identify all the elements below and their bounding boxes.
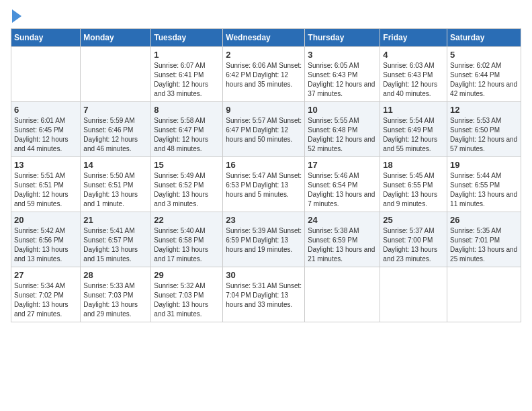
calendar-cell: 28Sunrise: 5:33 AM Sunset: 7:03 PM Dayli… xyxy=(81,267,151,322)
day-number: 12 xyxy=(450,105,518,115)
day-info: Sunrise: 5:39 AM Sunset: 6:59 PM Dayligh… xyxy=(226,226,302,255)
calendar-week-row: 6Sunrise: 6:01 AM Sunset: 6:45 PM Daylig… xyxy=(11,102,521,157)
day-number: 3 xyxy=(308,50,377,60)
calendar-cell: 4Sunrise: 6:03 AM Sunset: 6:43 PM Daylig… xyxy=(380,47,447,102)
day-info: Sunrise: 5:53 AM Sunset: 6:50 PM Dayligh… xyxy=(450,116,518,154)
day-info: Sunrise: 5:31 AM Sunset: 7:04 PM Dayligh… xyxy=(226,281,302,310)
day-info: Sunrise: 5:58 AM Sunset: 6:47 PM Dayligh… xyxy=(154,116,220,154)
day-number: 20 xyxy=(14,215,77,225)
calendar-cell xyxy=(447,267,521,322)
day-number: 26 xyxy=(450,215,518,225)
day-info: Sunrise: 5:54 AM Sunset: 6:49 PM Dayligh… xyxy=(383,116,444,154)
logo xyxy=(11,11,23,23)
day-info: Sunrise: 5:50 AM Sunset: 6:51 PM Dayligh… xyxy=(83,171,148,209)
day-number: 8 xyxy=(154,105,220,115)
day-info: Sunrise: 5:57 AM Sunset: 6:47 PM Dayligh… xyxy=(226,116,302,144)
day-info: Sunrise: 5:49 AM Sunset: 6:52 PM Dayligh… xyxy=(154,171,220,209)
day-number: 29 xyxy=(154,270,220,280)
day-info: Sunrise: 5:32 AM Sunset: 7:03 PM Dayligh… xyxy=(154,281,220,319)
column-header-saturday: Saturday xyxy=(447,29,521,47)
day-number: 2 xyxy=(226,50,302,60)
day-info: Sunrise: 5:38 AM Sunset: 6:59 PM Dayligh… xyxy=(308,226,377,264)
page-header xyxy=(11,11,521,23)
calendar-cell: 14Sunrise: 5:50 AM Sunset: 6:51 PM Dayli… xyxy=(81,157,151,212)
day-number: 23 xyxy=(226,215,302,225)
calendar-week-row: 27Sunrise: 5:34 AM Sunset: 7:02 PM Dayli… xyxy=(11,267,521,322)
logo-arrow-icon xyxy=(12,9,21,23)
day-info: Sunrise: 5:45 AM Sunset: 6:55 PM Dayligh… xyxy=(383,171,444,209)
day-number: 22 xyxy=(154,215,220,225)
day-info: Sunrise: 6:02 AM Sunset: 6:44 PM Dayligh… xyxy=(450,61,518,99)
calendar-cell: 16Sunrise: 5:47 AM Sunset: 6:53 PM Dayli… xyxy=(223,157,305,212)
calendar-cell: 5Sunrise: 6:02 AM Sunset: 6:44 PM Daylig… xyxy=(447,47,521,102)
column-header-thursday: Thursday xyxy=(305,29,380,47)
day-info: Sunrise: 5:51 AM Sunset: 6:51 PM Dayligh… xyxy=(14,171,77,209)
day-number: 19 xyxy=(450,160,518,170)
calendar-cell xyxy=(305,267,380,322)
day-number: 13 xyxy=(14,160,77,170)
calendar-cell: 6Sunrise: 6:01 AM Sunset: 6:45 PM Daylig… xyxy=(11,102,81,157)
calendar-cell: 11Sunrise: 5:54 AM Sunset: 6:49 PM Dayli… xyxy=(380,102,447,157)
calendar-cell: 22Sunrise: 5:40 AM Sunset: 6:58 PM Dayli… xyxy=(151,212,223,267)
calendar-week-row: 20Sunrise: 5:42 AM Sunset: 6:56 PM Dayli… xyxy=(11,212,521,267)
day-number: 28 xyxy=(83,270,148,280)
column-header-monday: Monday xyxy=(81,29,151,47)
day-number: 21 xyxy=(83,215,148,225)
day-info: Sunrise: 5:55 AM Sunset: 6:48 PM Dayligh… xyxy=(308,116,377,154)
column-header-tuesday: Tuesday xyxy=(151,29,223,47)
day-info: Sunrise: 5:41 AM Sunset: 6:57 PM Dayligh… xyxy=(83,226,148,264)
day-number: 5 xyxy=(450,50,518,60)
calendar-cell: 13Sunrise: 5:51 AM Sunset: 6:51 PM Dayli… xyxy=(11,157,81,212)
calendar-cell: 7Sunrise: 5:59 AM Sunset: 6:46 PM Daylig… xyxy=(81,102,151,157)
calendar-cell: 26Sunrise: 5:35 AM Sunset: 7:01 PM Dayli… xyxy=(447,212,521,267)
day-info: Sunrise: 5:37 AM Sunset: 7:00 PM Dayligh… xyxy=(383,226,444,264)
calendar-cell: 24Sunrise: 5:38 AM Sunset: 6:59 PM Dayli… xyxy=(305,212,380,267)
day-info: Sunrise: 6:03 AM Sunset: 6:43 PM Dayligh… xyxy=(383,61,444,99)
day-number: 1 xyxy=(154,50,220,60)
calendar-cell: 18Sunrise: 5:45 AM Sunset: 6:55 PM Dayli… xyxy=(380,157,447,212)
calendar-week-row: 13Sunrise: 5:51 AM Sunset: 6:51 PM Dayli… xyxy=(11,157,521,212)
day-info: Sunrise: 6:07 AM Sunset: 6:41 PM Dayligh… xyxy=(154,61,220,99)
day-info: Sunrise: 5:40 AM Sunset: 6:58 PM Dayligh… xyxy=(154,226,220,264)
day-info: Sunrise: 5:33 AM Sunset: 7:03 PM Dayligh… xyxy=(83,281,148,319)
calendar-cell: 12Sunrise: 5:53 AM Sunset: 6:50 PM Dayli… xyxy=(447,102,521,157)
calendar-cell: 19Sunrise: 5:44 AM Sunset: 6:55 PM Dayli… xyxy=(447,157,521,212)
day-number: 16 xyxy=(226,160,302,170)
calendar-cell: 27Sunrise: 5:34 AM Sunset: 7:02 PM Dayli… xyxy=(11,267,81,322)
day-info: Sunrise: 5:47 AM Sunset: 6:53 PM Dayligh… xyxy=(226,171,302,199)
day-number: 4 xyxy=(383,50,444,60)
calendar-cell: 21Sunrise: 5:41 AM Sunset: 6:57 PM Dayli… xyxy=(81,212,151,267)
day-info: Sunrise: 5:42 AM Sunset: 6:56 PM Dayligh… xyxy=(14,226,77,264)
column-header-friday: Friday xyxy=(380,29,447,47)
day-number: 30 xyxy=(226,270,302,280)
day-info: Sunrise: 6:05 AM Sunset: 6:43 PM Dayligh… xyxy=(308,61,377,99)
calendar-table: SundayMondayTuesdayWednesdayThursdayFrid… xyxy=(11,28,521,322)
day-info: Sunrise: 5:59 AM Sunset: 6:46 PM Dayligh… xyxy=(83,116,148,154)
calendar-cell: 17Sunrise: 5:46 AM Sunset: 6:54 PM Dayli… xyxy=(305,157,380,212)
calendar-cell: 15Sunrise: 5:49 AM Sunset: 6:52 PM Dayli… xyxy=(151,157,223,212)
calendar-cell xyxy=(81,47,151,102)
calendar-cell: 3Sunrise: 6:05 AM Sunset: 6:43 PM Daylig… xyxy=(305,47,380,102)
day-number: 25 xyxy=(383,215,444,225)
calendar-cell: 25Sunrise: 5:37 AM Sunset: 7:00 PM Dayli… xyxy=(380,212,447,267)
calendar-cell: 9Sunrise: 5:57 AM Sunset: 6:47 PM Daylig… xyxy=(223,102,305,157)
calendar-cell: 1Sunrise: 6:07 AM Sunset: 6:41 PM Daylig… xyxy=(151,47,223,102)
day-number: 18 xyxy=(383,160,444,170)
calendar-header-row: SundayMondayTuesdayWednesdayThursdayFrid… xyxy=(11,29,521,47)
day-number: 27 xyxy=(14,270,77,280)
calendar-cell xyxy=(11,47,81,102)
day-info: Sunrise: 5:34 AM Sunset: 7:02 PM Dayligh… xyxy=(14,281,77,319)
day-info: Sunrise: 6:01 AM Sunset: 6:45 PM Dayligh… xyxy=(14,116,77,154)
calendar-cell: 20Sunrise: 5:42 AM Sunset: 6:56 PM Dayli… xyxy=(11,212,81,267)
calendar-cell: 10Sunrise: 5:55 AM Sunset: 6:48 PM Dayli… xyxy=(305,102,380,157)
day-number: 10 xyxy=(308,105,377,115)
column-header-wednesday: Wednesday xyxy=(223,29,305,47)
day-number: 15 xyxy=(154,160,220,170)
calendar-cell: 23Sunrise: 5:39 AM Sunset: 6:59 PM Dayli… xyxy=(223,212,305,267)
calendar-cell xyxy=(380,267,447,322)
calendar-cell: 8Sunrise: 5:58 AM Sunset: 6:47 PM Daylig… xyxy=(151,102,223,157)
column-header-sunday: Sunday xyxy=(11,29,81,47)
day-info: Sunrise: 5:44 AM Sunset: 6:55 PM Dayligh… xyxy=(450,171,518,209)
day-info: Sunrise: 5:46 AM Sunset: 6:54 PM Dayligh… xyxy=(308,171,377,209)
calendar-cell: 29Sunrise: 5:32 AM Sunset: 7:03 PM Dayli… xyxy=(151,267,223,322)
